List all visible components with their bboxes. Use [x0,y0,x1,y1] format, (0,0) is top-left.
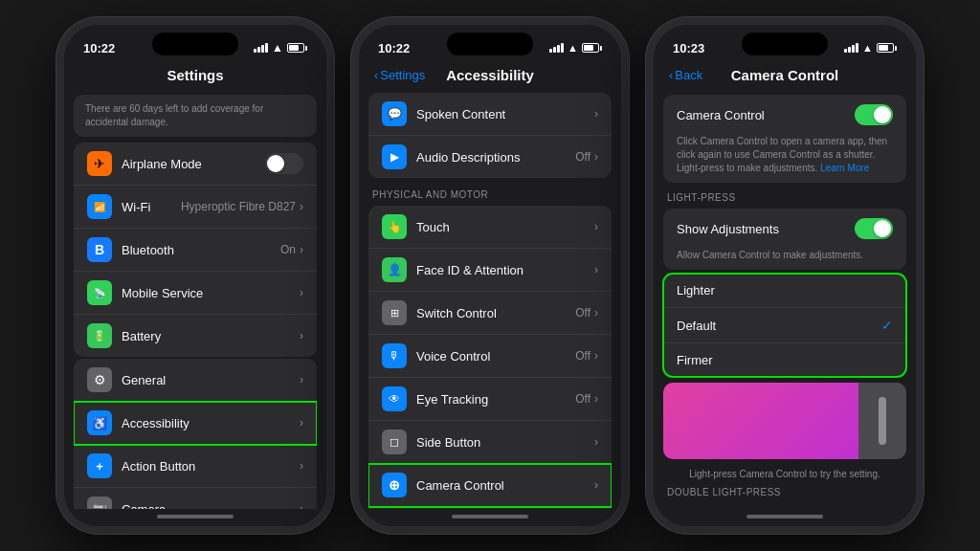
touch-item[interactable]: 👆 Touch › [368,206,612,249]
camera-control-icon: ⊕ [382,473,407,497]
settings-scroll-3[interactable]: Camera Control Click Camera Control to o… [654,91,916,509]
phone-3: 10:23 ▲ ‹ Back Camera Control [646,17,924,534]
touch-label: Touch [416,220,594,234]
action-button-item[interactable]: + Action Button › [74,445,317,488]
face-id-item[interactable]: 👤 Face ID & Attention › [368,249,612,292]
back-chevron-3: ‹ [669,68,673,82]
action-button-chevron: › [300,459,303,473]
option-default[interactable]: Default ✓ [663,308,906,343]
screen-2: 10:22 ▲ ‹ Settings Accessibil [359,25,621,526]
signal-icon-3 [844,43,858,53]
back-button-3[interactable]: ‹ Back [669,68,702,82]
mobile-service-item[interactable]: 📡 Mobile Service › [74,272,317,315]
page-title-3: Camera Control [731,67,839,83]
bluetooth-label: Bluetooth [122,243,280,257]
option-default-label: Default [677,319,716,333]
switch-control-chevron: › [594,306,598,320]
eye-tracking-label: Eye Tracking [416,392,575,407]
voice-control-icon: 🎙 [382,343,407,368]
airplane-mode-icon: ✈ [87,151,112,176]
voice-control-item[interactable]: 🎙 Voice Control Off › [368,335,612,378]
camera-control-item[interactable]: ⊕ Camera Control › [368,464,612,507]
preview-pink-area [663,383,858,459]
switch-control-value: Off [575,306,590,320]
touch-chevron: › [594,220,598,233]
footnote: Light-press Camera Control to try the se… [654,465,916,483]
status-icons-3: ▲ [844,42,897,54]
settings-scroll-1[interactable]: There are 60 days left to add coverage f… [64,91,326,509]
airplane-mode-item[interactable]: ✈ Airplane Mode [74,143,317,186]
show-adjustments-card: Show Adjustments Allow Camera Control to… [663,209,906,270]
phone-1: 10:22 ▲ Settings [56,17,334,534]
face-id-icon: 👤 [382,257,407,282]
spoken-content-label: Spoken Content [416,107,594,121]
voice-control-chevron: › [594,349,598,363]
dynamic-island-1 [152,33,238,55]
audio-descriptions-item[interactable]: ▶ Audio Descriptions Off › [368,136,612,178]
wifi-chevron: › [300,200,303,213]
eye-tracking-item[interactable]: 👁 Eye Tracking Off › [368,378,612,421]
mobile-service-chevron: › [300,286,303,299]
airplane-mode-label: Airplane Mode [122,157,265,171]
allow-desc: Allow Camera Control to make adjustments… [663,249,906,270]
spoken-content-chevron: › [594,107,598,121]
option-lighter[interactable]: Lighter [663,274,906,308]
camera-item[interactable]: 📷 Camera › [74,488,317,509]
face-id-chevron: › [594,263,598,276]
screen-1: 10:22 ▲ Settings [64,25,326,526]
voice-control-value: Off [575,349,590,363]
bluetooth-chevron: › [300,243,303,256]
battery-item[interactable]: 🔋 Battery › [74,315,317,357]
light-press-label: LIGHT-PRESS [654,187,916,205]
learn-more-link[interactable]: Learn More [820,163,869,173]
control-nearby-item[interactable]: 📱 Control Nearby Devices › [368,507,612,509]
wifi-icon-3: ▲ [862,42,873,54]
battery-icon [287,43,307,53]
camera-control-label: Camera Control [416,478,594,493]
accessibility-item[interactable]: ♿ Accessibility › [74,402,317,445]
bluetooth-icon: B [87,237,112,262]
audio-desc-value: Off [575,150,590,164]
battery-chevron: › [300,329,303,342]
camera-control-desc: Click Camera Control to open a camera ap… [663,135,906,183]
preview-gray-area [858,383,906,459]
show-adj-toggle[interactable] [855,218,893,239]
preview-image [663,383,906,459]
airplane-mode-toggle[interactable] [265,153,303,174]
back-label-2: Settings [380,68,425,82]
switch-control-item[interactable]: ⊞ Switch Control Off › [368,292,612,335]
time-3: 10:23 [673,41,704,55]
settings-group-2: ⚙ General › ♿ Accessibility › + Action B… [74,359,317,509]
nav-bar-2: ‹ Settings Accessibility [359,63,621,91]
bluetooth-value: On [280,243,296,256]
battery-label: Battery [122,329,300,343]
back-button-2[interactable]: ‹ Settings [374,68,425,82]
spoken-content-item[interactable]: 💬 Spoken Content › [368,93,612,136]
camera-control-toggle[interactable] [855,104,893,125]
accessibility-label: Accessibility [122,416,300,430]
camera-label: Camera [122,502,300,510]
camera-control-card: Camera Control Click Camera Control to o… [663,95,906,183]
wifi-item[interactable]: 📶 Wi-Fi Hyperoptic Fibre D827 › [74,186,317,229]
action-button-icon: + [87,453,112,478]
accessibility-group-1: 💬 Spoken Content › ▶ Audio Descriptions … [368,93,612,178]
settings-scroll-2[interactable]: 💬 Spoken Content › ▶ Audio Descriptions … [359,91,621,509]
camera-chevron: › [300,502,303,509]
general-chevron: › [300,373,303,386]
physical-motor-group: 👆 Touch › 👤 Face ID & Attention › ⊞ Swit… [368,206,612,509]
touch-icon: 👆 [382,214,407,239]
preview-slider [879,397,886,445]
side-button-label: Side Button [416,435,594,450]
camera-icon: 📷 [87,496,112,509]
general-item[interactable]: ⚙ General › [74,359,317,402]
camera-control-toggle-label: Camera Control [677,108,765,122]
coverage-notice: There are 60 days left to add coverage f… [74,95,317,137]
bluetooth-item[interactable]: B Bluetooth On › [74,229,317,272]
option-lighter-label: Lighter [677,283,715,298]
option-firmer[interactable]: Firmer [663,343,906,377]
side-button-item[interactable]: ◻ Side Button › [368,421,612,464]
wifi-label: Wi-Fi [122,200,181,214]
wifi-icon: ▲ [272,41,283,55]
eye-tracking-icon: 👁 [382,386,407,411]
battery-icon-3 [877,43,897,53]
